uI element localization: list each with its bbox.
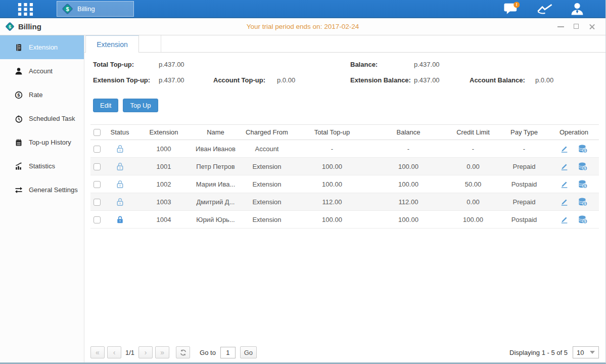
cell-charged-from: Extension (240, 211, 294, 229)
topbar-icons: ! (503, 0, 584, 17)
sidebar-item-statistics[interactable]: Statistics (0, 154, 84, 178)
row-checkbox[interactable] (94, 181, 101, 188)
tab-strip-spacer (139, 35, 161, 52)
last-page-button[interactable]: » (155, 346, 169, 358)
cell-extension: 1001 (136, 158, 192, 175)
goto-label: Go to (200, 349, 216, 356)
notifications-icon[interactable]: ! (503, 2, 520, 16)
col-pay-type: Pay Type (499, 125, 549, 140)
close-icon[interactable] (589, 23, 595, 30)
row-checkbox[interactable] (94, 163, 101, 170)
topup-coins-icon[interactable] (578, 215, 588, 224)
balance-value: p.437.00 (414, 61, 440, 68)
cell-name: Дмитрий Д... (192, 193, 240, 211)
first-page-button[interactable]: « (90, 346, 105, 358)
table-header-row: Status Extension Name Charged From Total… (90, 125, 599, 140)
extension-ledger-icon (15, 43, 23, 52)
cell-total-topup: - (294, 140, 370, 158)
cell-extension: 1000 (136, 140, 192, 158)
main-menu-button[interactable] (17, 3, 36, 16)
account-topup-label: Account Top-up: (213, 76, 265, 84)
statistics-chart-icon (15, 162, 23, 170)
top-up-button[interactable]: Top Up (123, 99, 158, 112)
window-controls (557, 23, 605, 30)
cell-total-topup: 112.00 (294, 193, 370, 211)
unlocked-icon (116, 145, 124, 153)
table-row: 1004 Юрий Юрь... Extension 100.00 100.00… (90, 211, 599, 229)
taskbar-tab-label: Billing (77, 5, 95, 13)
tab-extension[interactable]: Extension (85, 35, 139, 53)
topup-coins-icon[interactable] (578, 162, 588, 171)
sidebar-item-rate[interactable]: $ Rate (0, 83, 84, 107)
page-size-value: 10 (577, 349, 584, 356)
minimize-icon[interactable] (557, 23, 564, 30)
row-checkbox[interactable] (94, 146, 101, 153)
col-operation: Operation (549, 125, 599, 140)
topup-coins-icon[interactable] (578, 180, 588, 189)
col-balance: Balance (370, 125, 447, 140)
main-content: Extension Total Top-up: p.437.00 Balance… (84, 35, 605, 362)
topup-coins-icon[interactable] (578, 145, 588, 153)
next-page-button[interactable]: › (138, 346, 153, 358)
cell-name: Мария Ива... (192, 175, 240, 193)
pagination-bar: « ‹ 1/1 › » Go to Go Displaying 1 - 5 of… (90, 346, 599, 359)
topup-coins-icon[interactable] (578, 198, 588, 206)
prev-page-icon: ‹ (113, 348, 116, 356)
unlocked-icon (116, 198, 124, 206)
goto-page-input[interactable] (220, 347, 236, 358)
cell-credit-limit: 50.00 (447, 175, 499, 193)
edit-icon[interactable] (560, 162, 569, 171)
sidebar-item-extension[interactable]: Extension (0, 35, 84, 59)
cell-balance: 112.00 (370, 193, 447, 211)
cell-name: Иван Иванов (192, 140, 240, 158)
row-checkbox[interactable] (94, 199, 101, 206)
cell-total-topup: 100.00 (294, 211, 370, 229)
page-indicator: 1/1 (125, 349, 134, 356)
cell-credit-limit: 0.00 (447, 158, 499, 175)
displaying-text: Displaying 1 - 5 of 5 (509, 349, 568, 356)
user-account-icon[interactable] (570, 2, 584, 16)
sidebar-item-scheduled-task[interactable]: Scheduled Task (0, 107, 84, 130)
col-name: Name (192, 125, 240, 140)
sidebar: Extension Account $ Rate (0, 35, 84, 362)
caret-down-icon (590, 351, 595, 354)
col-status: Status (104, 125, 136, 140)
sidebar-item-topup-history[interactable]: Top-up History (0, 130, 84, 154)
cell-balance: 100.00 (370, 175, 447, 193)
general-settings-arrows-icon (15, 186, 23, 194)
trial-notice: Your trial period ends on: 2017-02-24 (0, 23, 605, 30)
billing-window: Billing ! Your trial period ends on: 201… (0, 0, 606, 364)
select-all-checkbox[interactable] (94, 129, 101, 136)
maximize-icon[interactable] (573, 23, 580, 30)
cell-balance: 100.00 (370, 211, 447, 229)
sidebar-item-label: Top-up History (29, 139, 71, 146)
topup-history-notebook-icon (15, 139, 23, 147)
edit-button[interactable]: Edit (93, 99, 118, 112)
billing-logo-icon (5, 22, 15, 31)
table-row: 1000 Иван Иванов Account - - - - (90, 140, 599, 158)
extension-topup-label: Extension Top-up: (93, 76, 150, 84)
edit-icon[interactable] (560, 198, 569, 206)
account-topup-value: p.0.00 (277, 76, 295, 84)
edit-icon[interactable] (560, 215, 569, 224)
unlocked-icon (116, 180, 124, 189)
desktop-topbar: Billing ! (0, 0, 605, 18)
row-checkbox[interactable] (94, 216, 101, 223)
cell-charged-from: Extension (240, 175, 294, 193)
locked-icon (116, 215, 124, 224)
refresh-button[interactable] (176, 346, 190, 358)
resource-monitor-icon[interactable] (537, 3, 553, 15)
edit-icon[interactable] (560, 145, 569, 153)
page-size-select[interactable]: 10 (573, 346, 599, 358)
prev-page-button[interactable]: ‹ (107, 346, 121, 358)
sidebar-item-account[interactable]: Account (0, 59, 84, 83)
taskbar-tab-billing[interactable]: Billing (57, 1, 134, 17)
edit-icon[interactable] (560, 180, 569, 189)
go-button[interactable]: Go (240, 346, 257, 358)
cell-credit-limit: 100.00 (447, 211, 499, 229)
cell-charged-from: Extension (240, 193, 294, 211)
sidebar-item-general-settings[interactable]: General Settings (0, 178, 84, 202)
col-charged-from: Charged From (240, 125, 294, 140)
cell-balance: - (370, 140, 447, 158)
sidebar-item-label: General Settings (29, 186, 78, 194)
